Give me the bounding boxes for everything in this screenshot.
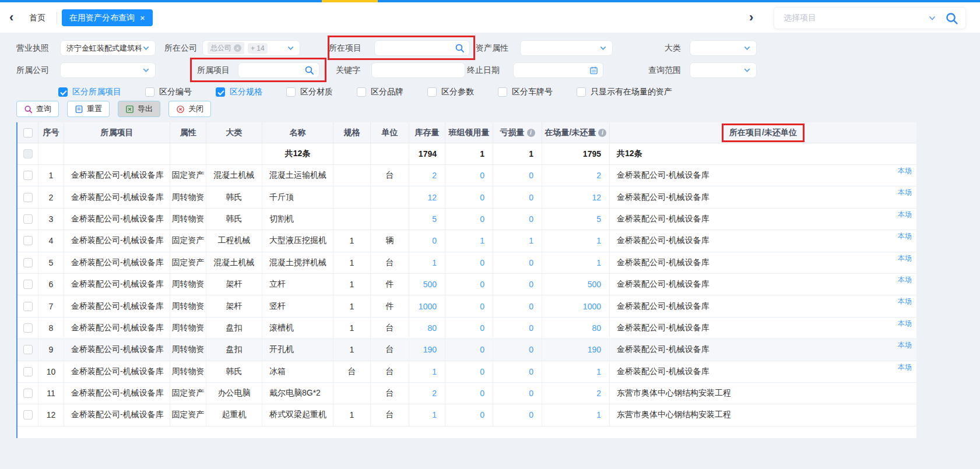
cell-seq: 10 (38, 361, 64, 382)
reset-button[interactable]: 重置 (67, 101, 110, 117)
filter-toggle[interactable]: 区分品牌 (357, 87, 403, 97)
checkbox[interactable] (357, 87, 366, 97)
cell-category: 盘扣 (206, 318, 262, 338)
onsite-link[interactable]: 本场 (898, 275, 912, 285)
table-row: 2 金桥装配公司-机械设备库 周转物资 韩氏 千斤顶 12 0 0 12 金桥装… (17, 186, 916, 208)
filter-toggle[interactable]: 区分材质 (286, 87, 333, 97)
onsite-link[interactable]: 本场 (898, 319, 912, 329)
chevron-down-icon[interactable] (599, 44, 607, 52)
checkbox[interactable] (145, 87, 154, 97)
owning-project-search-input[interactable] (238, 62, 319, 78)
chevron-down-icon[interactable] (286, 44, 295, 52)
filter-toggle[interactable]: 区分规格 (216, 87, 262, 97)
checkbox[interactable] (498, 87, 507, 97)
asset-attribute-select[interactable] (520, 40, 613, 56)
checkbox[interactable] (577, 87, 586, 97)
chevron-down-icon[interactable] (142, 66, 150, 75)
calendar-icon[interactable] (589, 66, 598, 75)
checkbox[interactable] (216, 87, 225, 97)
cell-unit: 台 (371, 339, 409, 360)
column-header-spec: 规格 (333, 122, 371, 143)
onsite-link[interactable]: 本场 (898, 297, 912, 306)
keyword-input[interactable] (371, 62, 465, 78)
owning-company-select[interactable] (60, 62, 156, 78)
checkbox[interactable] (58, 87, 68, 97)
row-checkbox[interactable] (23, 236, 33, 245)
onsite-link[interactable]: 本场 (898, 362, 912, 372)
search-icon[interactable] (455, 43, 465, 53)
filter-toggle[interactable]: 区分所属项目 (58, 87, 121, 97)
row-checkbox[interactable] (23, 258, 33, 267)
cell-category: 架杆 (206, 295, 262, 316)
onsite-link[interactable]: 本场 (898, 166, 912, 176)
row-checkbox[interactable] (23, 410, 33, 419)
company-tag[interactable]: 总公司× (208, 42, 244, 54)
onsite-link[interactable]: 本场 (898, 231, 912, 241)
chevron-down-icon[interactable] (743, 44, 751, 52)
tab-close-icon[interactable]: × (140, 13, 145, 22)
column-header-name: 名称 (262, 122, 333, 143)
back-chevron-icon[interactable]: ‹ (9, 9, 13, 26)
onsite-link[interactable]: 本场 (898, 210, 912, 220)
row-checkbox[interactable] (23, 280, 33, 289)
checkbox[interactable] (286, 87, 296, 97)
toggle-label: 区分编号 (159, 87, 192, 97)
row-checkbox[interactable] (23, 302, 33, 311)
cell-category: 起重机 (206, 404, 262, 425)
row-checkbox[interactable] (23, 323, 33, 333)
end-date-input[interactable] (513, 62, 603, 78)
row-checkbox[interactable] (23, 214, 33, 224)
cell-loss: 0 (493, 361, 542, 382)
summary-checkbox (23, 149, 33, 158)
chevron-down-icon[interactable] (142, 44, 150, 52)
cell-onsite: 2 (542, 383, 610, 404)
row-checkbox[interactable] (23, 389, 33, 398)
close-button[interactable]: 关闭 (168, 101, 211, 117)
info-icon[interactable]: i (527, 129, 535, 137)
filter-toggle[interactable]: 只显示有在场量的资产 (577, 87, 672, 97)
located-company-select[interactable]: 总公司× + 14 (202, 40, 300, 56)
chevron-down-icon[interactable] (928, 13, 937, 23)
filter-toggle[interactable]: 区分参数 (427, 87, 474, 97)
select-all-checkbox[interactable] (23, 128, 33, 137)
filter-toggle[interactable]: 区分车牌号 (498, 87, 553, 97)
document-icon (75, 105, 83, 114)
info-icon[interactable]: i (598, 129, 606, 137)
cell-name: 开孔机 (262, 339, 333, 360)
cell-stock: 190 (409, 339, 445, 360)
query-scope-select[interactable] (690, 62, 757, 78)
row-checkbox[interactable] (23, 171, 33, 180)
onsite-link[interactable]: 本场 (898, 188, 912, 198)
located-project-label: 所在项目 (324, 40, 361, 56)
cell-loss: 0 (493, 274, 542, 295)
chevron-down-icon[interactable] (743, 66, 751, 75)
onsite-link[interactable]: 本场 (898, 253, 912, 263)
cell-location: 东营市奥体中心钢结构安装工程 (617, 388, 731, 399)
summary-row: 共12条 1794 1 1 1795 共12条 (17, 143, 916, 165)
query-button[interactable]: 查询 (16, 101, 59, 117)
business-license-select[interactable]: 济宁金虹装配式建筑科技 (60, 40, 156, 56)
project-picker[interactable]: 选择项目 (774, 7, 966, 29)
tab-active-asset-query[interactable]: 在用资产分布查询 × (62, 9, 153, 26)
cell-location: 金桥装配公司-机械设备库 (617, 214, 709, 224)
row-checkbox[interactable] (23, 193, 33, 202)
cell-spec (333, 165, 371, 186)
forward-chevron-icon[interactable]: › (749, 9, 753, 26)
located-project-search-input[interactable] (374, 40, 470, 56)
export-button[interactable]: 导出 (118, 101, 160, 117)
search-icon[interactable] (945, 12, 958, 25)
checkbox[interactable] (427, 87, 437, 97)
filter-toggle[interactable]: 区分编号 (145, 87, 192, 97)
table-header: 序号 所属项目 属性 大类 名称 规格 单位 库存量 班组领用量 亏损量i 在场… (17, 122, 916, 143)
onsite-link[interactable]: 本场 (898, 340, 912, 350)
table-row: 6 金桥装配公司-机械设备库 周转物资 架杆 立杆 1 件 500 0 0 50… (17, 274, 916, 295)
tab-home[interactable]: 首页 (29, 11, 45, 24)
row-checkbox[interactable] (23, 367, 33, 376)
search-icon[interactable] (304, 65, 314, 75)
cell-attr: 固定资产 (170, 404, 206, 425)
row-checkbox[interactable] (23, 345, 33, 354)
tag-close-icon[interactable]: × (234, 44, 241, 52)
company-tag-more[interactable]: + 14 (248, 43, 268, 54)
major-category-select[interactable] (690, 40, 757, 56)
cell-stock: 1 (409, 404, 445, 425)
